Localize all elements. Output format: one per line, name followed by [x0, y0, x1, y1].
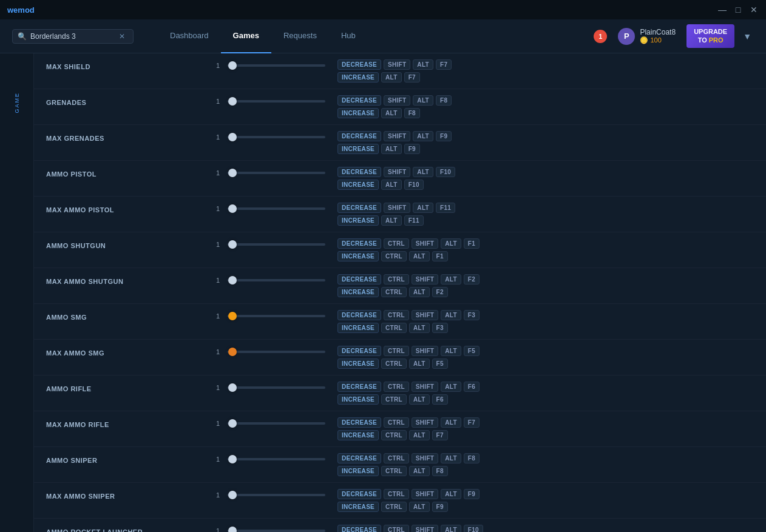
slider-track[interactable]	[227, 100, 325, 103]
search-box[interactable]: 🔍 ✕	[12, 29, 134, 44]
key-badge: CTRL	[384, 346, 409, 356]
slider-thumb[interactable]	[228, 348, 237, 356]
key-badge: ALT	[441, 274, 461, 285]
slider-thumb[interactable]	[228, 491, 237, 499]
maximize-button[interactable]: □	[733, 5, 743, 15]
search-input[interactable]	[30, 32, 115, 41]
key-badge: DECREASE	[337, 453, 381, 463]
slider-track[interactable]	[227, 530, 325, 532]
tab-hub[interactable]: Hub	[329, 19, 368, 53]
slider-thumb[interactable]	[228, 169, 237, 177]
tab-requests[interactable]: Requests	[271, 19, 329, 53]
row-label: MAX GRENADES	[46, 131, 216, 142]
key-badge: CTRL	[384, 382, 409, 392]
slider-track[interactable]	[227, 207, 325, 210]
slider-section[interactable]: 1	[216, 59, 325, 69]
table-row: AMMO SHUTGUN1DECREASECTRLSHIFTALTF1INCRE…	[34, 232, 766, 268]
slider-thumb[interactable]	[228, 527, 237, 532]
tab-dashboard[interactable]: Dashboard	[158, 19, 221, 53]
sidebar-item-game[interactable]	[5, 61, 29, 85]
slider-track[interactable]	[227, 315, 325, 317]
key-badge: ALT	[381, 215, 402, 226]
slider-track[interactable]	[227, 172, 325, 174]
slider-section[interactable]: 1	[216, 417, 325, 427]
row-label: AMMO RIFLE	[46, 382, 216, 392]
slider-track[interactable]	[227, 351, 325, 353]
tab-games[interactable]: Games	[221, 19, 271, 53]
table-row: MAX SHIELD1DECREASESHIFTALTF7INCREASEALT…	[34, 53, 766, 89]
key-badge: INCREASE	[337, 466, 379, 476]
keys-section: DECREASECTRLSHIFTALTF7INCREASECTRLALTF7	[325, 417, 754, 440]
slider-track[interactable]	[227, 458, 325, 460]
key-badge: DECREASE	[337, 167, 381, 177]
key-badge: F8	[464, 453, 480, 463]
slider-track[interactable]	[227, 243, 325, 246]
slider-thumb[interactable]	[228, 455, 237, 463]
row-label: MAX AMMO SNIPER	[46, 489, 216, 500]
search-clear-button[interactable]: ✕	[119, 32, 125, 41]
slider-section[interactable]: 1	[216, 382, 325, 391]
slider-section[interactable]: 1	[216, 453, 325, 463]
key-badge: ALT	[413, 95, 433, 106]
slider-section[interactable]: 1	[216, 310, 325, 320]
close-button[interactable]: ✕	[749, 5, 759, 15]
slider-section[interactable]: 1	[216, 525, 325, 532]
slider-section[interactable]: 1	[216, 131, 325, 141]
slider-thumb[interactable]	[228, 240, 237, 249]
slider-section[interactable]: 1	[216, 203, 325, 212]
slider-track[interactable]	[227, 279, 325, 281]
key-badge: F1	[464, 238, 480, 249]
key-row: INCREASECTRLALTF5	[337, 359, 754, 369]
user-name: PlainCoat8	[640, 28, 676, 36]
dropdown-arrow-icon[interactable]: ▼	[741, 29, 754, 44]
key-badge: INCREASE	[337, 144, 379, 154]
minimize-button[interactable]: —	[717, 5, 727, 15]
slider-thumb[interactable]	[228, 312, 237, 320]
key-badge: SHIFT	[412, 525, 438, 532]
key-badge: SHIFT	[412, 238, 438, 249]
keys-section: DECREASECTRLSHIFTALTF3INCREASECTRLALTF3	[325, 310, 754, 333]
slider-value: 1	[216, 62, 222, 69]
keys-section: DECREASESHIFTALTF8INCREASEALTF8	[325, 95, 754, 118]
user-coins: 🪙 100	[640, 36, 676, 44]
key-row: DECREASECTRLSHIFTALTF3	[337, 310, 754, 320]
upgrade-button[interactable]: UPGRADE TO PRO	[686, 24, 734, 47]
slider-track[interactable]	[227, 64, 325, 67]
slider-track[interactable]	[227, 386, 325, 389]
slider-section[interactable]: 1	[216, 95, 325, 105]
slider-thumb[interactable]	[228, 204, 237, 213]
key-row: DECREASESHIFTALTF11	[337, 203, 754, 213]
key-badge: DECREASE	[337, 203, 381, 213]
key-badge: F7	[404, 72, 420, 82]
slider-section[interactable]: 1	[216, 238, 325, 248]
slider-section[interactable]: 1	[216, 167, 325, 177]
slider-section[interactable]: 1	[216, 346, 325, 355]
slider-track[interactable]	[227, 494, 325, 496]
slider-thumb[interactable]	[228, 97, 237, 106]
slider-thumb[interactable]	[228, 383, 237, 392]
key-badge: INCREASE	[337, 502, 379, 512]
slider-track[interactable]	[227, 422, 325, 425]
slider-thumb[interactable]	[228, 276, 237, 285]
slider-thumb[interactable]	[228, 133, 237, 141]
slider-track[interactable]	[227, 136, 325, 138]
key-row: INCREASEALTF11	[337, 215, 754, 226]
key-row: INCREASECTRLALTF7	[337, 430, 754, 440]
keys-section: DECREASECTRLSHIFTALTF2INCREASECTRLALTF2	[325, 274, 754, 297]
table-row: GRENADES1DECREASESHIFTALTF8INCREASEALTF8	[34, 89, 766, 125]
key-badge: INCREASE	[337, 323, 379, 333]
table-row: MAX AMMO PISTOL1DECREASESHIFTALTF11INCRE…	[34, 197, 766, 232]
key-badge: ALT	[441, 453, 461, 463]
slider-value: 1	[216, 277, 222, 284]
user-info: P PlainCoat8 🪙 100	[613, 25, 680, 47]
slider-thumb[interactable]	[228, 419, 237, 428]
slider-section[interactable]: 1	[216, 274, 325, 284]
row-label: AMMO SHUTGUN	[46, 238, 216, 249]
keys-section: DECREASECTRLSHIFTALTF1INCREASECTRLALTF1	[325, 238, 754, 261]
notification-badge[interactable]: 1	[594, 30, 607, 43]
slider-section[interactable]: 1	[216, 489, 325, 499]
slider-thumb[interactable]	[228, 61, 237, 70]
nav-tabs: Dashboard Games Requests Hub	[158, 19, 368, 53]
key-badge: ALT	[381, 72, 402, 82]
key-badge: ALT	[381, 144, 402, 154]
